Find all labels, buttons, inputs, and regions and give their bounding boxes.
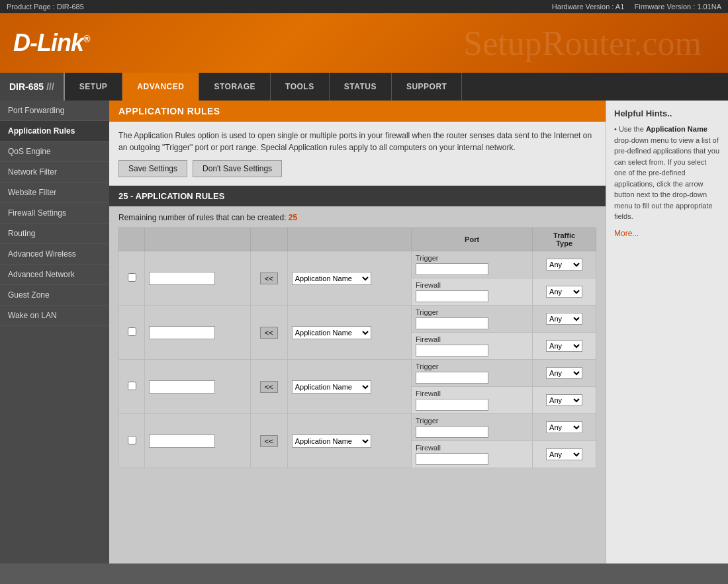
row3-arrow-button[interactable]: << xyxy=(260,381,278,393)
section-header: 25 - APPLICATION RULES xyxy=(109,186,606,206)
sidebar-item-routing[interactable]: Routing xyxy=(0,224,109,244)
row1-checkbox[interactable] xyxy=(128,273,136,282)
row4-firewall-cell: Firewall xyxy=(412,441,533,468)
button-row: Save Settings Don't Save Settings xyxy=(118,160,596,177)
row2-app-cell: Application Name xyxy=(287,306,411,360)
row3-app-select[interactable]: Application Name xyxy=(292,380,371,394)
row4-app-cell: Application Name xyxy=(287,414,411,468)
row2-arrow-cell: << xyxy=(250,306,287,360)
row1-name-cell xyxy=(145,251,250,306)
sidebar-item-port-forwarding[interactable]: Port Forwarding xyxy=(0,101,109,121)
row2-trigger-traffic-select[interactable]: Any xyxy=(546,313,582,325)
row1-arrow-cell: << xyxy=(250,251,287,306)
row3-app-cell: Application Name xyxy=(287,360,411,414)
row2-trigger-traffic-cell: Any xyxy=(533,306,596,333)
row3-firewall-input[interactable] xyxy=(416,399,488,411)
row3-name-cell xyxy=(145,360,250,414)
row2-checkbox-cell xyxy=(119,306,145,360)
row1-firewall-cell: Firewall xyxy=(412,278,533,306)
sidebar-item-advanced-wireless[interactable]: Advanced Wireless xyxy=(0,244,109,265)
sidebar-item-advanced-network[interactable]: Advanced Network xyxy=(0,265,109,285)
row4-arrow-button[interactable]: << xyxy=(260,435,278,447)
row2-name-input[interactable] xyxy=(149,326,215,339)
more-link[interactable]: More... xyxy=(614,229,720,238)
tab-support[interactable]: SUPPORT xyxy=(392,73,463,101)
row4-firewall-traffic-select[interactable]: Any xyxy=(546,448,582,460)
row4-name-input[interactable] xyxy=(149,435,215,448)
row1-trigger-input[interactable] xyxy=(416,263,488,275)
sidebar-item-qos-engine[interactable]: QoS Engine xyxy=(0,142,109,162)
row2-firewall-input[interactable] xyxy=(416,345,488,356)
sidebar-item-firewall-settings[interactable]: Firewall Settings xyxy=(0,203,109,224)
col-checkbox-header xyxy=(119,228,145,251)
tab-status[interactable]: STATUS xyxy=(330,73,392,101)
sidebar-item-wake-on-lan[interactable]: Wake on LAN xyxy=(0,306,109,326)
row1-firewall-label: Firewall xyxy=(416,281,528,289)
remaining-text: Remaining number of rules that can be cr… xyxy=(118,213,596,222)
sidebar-item-network-filter[interactable]: Network Filter xyxy=(0,162,109,183)
tab-tools[interactable]: TOOLS xyxy=(271,73,330,101)
row4-trigger-traffic-cell: Any xyxy=(533,414,596,441)
table-row: << Application Name Trigger xyxy=(119,306,596,333)
row1-trigger-traffic-cell: Any xyxy=(533,251,596,278)
version-info: Hardware Version : A1 Firmware Version :… xyxy=(552,3,721,11)
row4-app-select[interactable]: Application Name xyxy=(292,435,371,448)
row2-firewall-traffic-select[interactable]: Any xyxy=(546,340,582,352)
row4-checkbox[interactable] xyxy=(128,436,136,444)
row3-arrow-cell: << xyxy=(250,360,287,414)
row3-trigger-traffic-select[interactable]: Any xyxy=(546,367,582,379)
row4-firewall-traffic-cell: Any xyxy=(533,441,596,468)
row3-firewall-traffic-cell: Any xyxy=(533,387,596,414)
row3-name-input[interactable] xyxy=(149,380,215,394)
row1-firewall-traffic-select[interactable]: Any xyxy=(546,286,582,298)
row2-trigger-cell: Trigger xyxy=(412,306,533,333)
tab-storage[interactable]: STORAGE xyxy=(199,73,271,101)
sidebar-item-website-filter[interactable]: Website Filter xyxy=(0,183,109,203)
rules-table: Port TrafficType << xyxy=(118,228,596,468)
tab-advanced[interactable]: ADVANCED xyxy=(122,73,199,101)
row2-checkbox[interactable] xyxy=(128,327,136,336)
sidebar-item-application-rules[interactable]: Application Rules xyxy=(0,121,109,142)
description-text: The Application Rules option is used to … xyxy=(118,130,596,153)
row2-firewall-cell: Firewall xyxy=(412,333,533,360)
row1-name-input[interactable] xyxy=(149,272,215,285)
row2-app-select[interactable]: Application Name xyxy=(292,326,371,339)
row2-name-cell xyxy=(145,306,250,360)
row1-trigger-traffic-select[interactable]: Any xyxy=(546,259,582,271)
col-app-header xyxy=(287,228,411,251)
row1-arrow-button[interactable]: << xyxy=(260,272,278,284)
row3-checkbox[interactable] xyxy=(128,382,136,390)
right-panel: Helpful Hints.. • Use the Application Na… xyxy=(606,101,728,563)
save-button[interactable]: Save Settings xyxy=(118,160,187,177)
nav-bar: DIR-685 /// SETUP ADVANCED STORAGE TOOLS… xyxy=(0,73,728,101)
row2-arrow-button[interactable]: << xyxy=(260,327,278,339)
watermark: SetupRouter.com xyxy=(463,24,702,63)
row4-firewall-input[interactable] xyxy=(416,453,488,465)
row1-app-cell: Application Name xyxy=(287,251,411,306)
row3-trigger-input[interactable] xyxy=(416,372,488,384)
product-label: Product Page : DIR-685 xyxy=(7,3,84,11)
row1-app-select[interactable]: Application Name xyxy=(292,272,371,285)
col-name-header xyxy=(145,228,250,251)
row3-firewall-cell: Firewall xyxy=(412,387,533,414)
table-row: << Application Name Trigger xyxy=(119,251,596,278)
row4-trigger-traffic-select[interactable]: Any xyxy=(546,421,582,433)
row1-trigger-cell: Trigger xyxy=(412,251,533,278)
header: D-Link® SetupRouter.com xyxy=(0,13,728,73)
tab-setup[interactable]: SETUP xyxy=(65,73,123,101)
row4-trigger-input[interactable] xyxy=(416,426,488,438)
row4-checkbox-cell xyxy=(119,414,145,468)
row3-trigger-traffic-cell: Any xyxy=(533,360,596,387)
row4-trigger-label: Trigger xyxy=(416,417,528,425)
row4-name-cell xyxy=(145,414,250,468)
row2-firewall-traffic-cell: Any xyxy=(533,333,596,360)
row1-trigger-label: Trigger xyxy=(416,254,528,262)
row2-trigger-label: Trigger xyxy=(416,308,528,316)
row1-checkbox-cell xyxy=(119,251,145,306)
row1-firewall-input[interactable] xyxy=(416,290,488,302)
row3-firewall-traffic-select[interactable]: Any xyxy=(546,394,582,406)
row3-trigger-cell: Trigger xyxy=(412,360,533,387)
sidebar-item-guest-zone[interactable]: Guest Zone xyxy=(0,285,109,306)
row2-trigger-input[interactable] xyxy=(416,317,488,329)
dont-save-button[interactable]: Don't Save Settings xyxy=(193,160,282,177)
